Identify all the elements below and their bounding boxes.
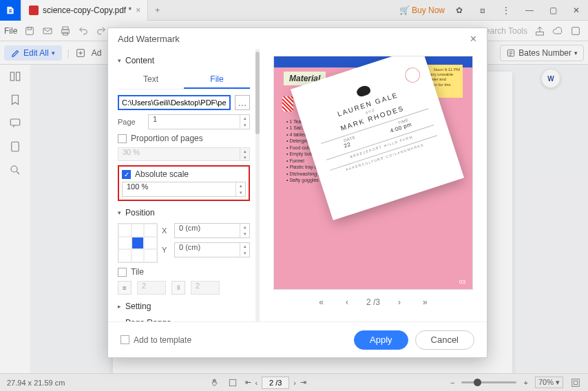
absolute-scale-input[interactable]: 100 %▴▾: [122, 182, 246, 197]
form-pane: ▾Content Text File … Page 1▴▾ Proportion…: [108, 49, 260, 321]
preview-pane: Material Noon 6:11 PM Some molecules are…: [260, 49, 487, 321]
scrollbar-thumb[interactable]: [255, 52, 260, 134]
spinner-icon: ▴▾: [240, 148, 249, 160]
proportion-label: Proportion of pages: [131, 134, 203, 143]
caret-right-icon: ▸: [118, 303, 121, 310]
x-offset-input[interactable]: 0 (cm)▴▾: [174, 223, 250, 238]
proportion-checkbox[interactable]: [118, 134, 127, 143]
spinner-icon[interactable]: ▴▾: [240, 224, 249, 237]
anchor-center[interactable]: [132, 237, 145, 250]
absolute-scale-checkbox[interactable]: ✓: [122, 170, 131, 179]
preview-image-item: [282, 96, 293, 112]
tile-checkbox[interactable]: [118, 268, 127, 277]
y-offset-input[interactable]: 0 (cm)▴▾: [174, 242, 250, 257]
add-to-template-option[interactable]: Add to template: [120, 335, 191, 345]
preview-last-button[interactable]: »: [419, 295, 432, 309]
position-anchor-grid[interactable]: [118, 223, 158, 263]
preview-page-number: 03: [459, 279, 465, 285]
modal-overlay: Add Watermark ✕ ▾Content Text File … Pag…: [0, 0, 588, 391]
page-label: Page: [118, 118, 144, 126]
section-content[interactable]: ▾Content: [118, 56, 250, 65]
preview-navigation: « ‹ 2 /3 › »: [273, 290, 473, 315]
section-setting[interactable]: ▸Setting: [118, 302, 250, 311]
preview-page: Material Noon 6:11 PM Some molecules are…: [273, 56, 473, 290]
tile-rows-icon: ≡: [118, 281, 132, 295]
stamp-icon: [403, 65, 422, 85]
spinner-icon[interactable]: ▴▾: [235, 182, 245, 196]
preview-first-button[interactable]: «: [315, 295, 328, 309]
apply-button[interactable]: Apply: [354, 330, 408, 350]
tab-text[interactable]: Text: [118, 71, 184, 89]
absolute-scale-label: Absolute scale: [135, 169, 189, 179]
caret-down-icon: ▾: [118, 57, 121, 64]
spinner-icon[interactable]: ▴▾: [240, 115, 249, 129]
x-label: X: [162, 226, 170, 235]
spinner-icon[interactable]: ▴▾: [240, 243, 249, 257]
close-dialog-button[interactable]: ✕: [470, 34, 477, 44]
dialog-header: Add Watermark ✕: [108, 28, 487, 49]
y-label: Y: [162, 246, 170, 254]
proportion-input: 30 %▴▾: [118, 147, 250, 161]
preview-prev-button[interactable]: ‹: [342, 295, 353, 309]
add-template-label: Add to template: [134, 335, 191, 345]
blot-icon: [355, 84, 371, 97]
page-input[interactable]: 1▴▾: [148, 114, 250, 129]
add-watermark-dialog: Add Watermark ✕ ▾Content Text File … Pag…: [107, 28, 487, 358]
caret-right-icon: ▸: [118, 319, 121, 321]
file-path-input[interactable]: [118, 95, 231, 110]
section-page-range[interactable]: ▸Page Range: [118, 318, 250, 321]
preview-page-label: 2 /3: [366, 297, 380, 307]
dialog-title: Add Watermark: [118, 34, 180, 44]
browse-button[interactable]: …: [235, 95, 250, 110]
tile-cols-input: 2: [191, 281, 220, 295]
section-position[interactable]: ▾Position: [118, 208, 250, 218]
caret-down-icon: ▾: [118, 209, 121, 216]
tile-rows-input: 2: [137, 281, 166, 295]
dialog-footer: Add to template Apply Cancel: [108, 321, 487, 357]
add-template-checkbox[interactable]: [120, 335, 129, 344]
preview-next-button[interactable]: ›: [394, 295, 405, 309]
absolute-scale-highlight: ✓ Absolute scale 100 %▴▾: [118, 165, 250, 201]
tile-label: Tile: [131, 267, 144, 277]
tab-file[interactable]: File: [184, 71, 250, 89]
tile-cols-icon: ⦀: [171, 281, 185, 295]
content-tabs: Text File: [118, 71, 250, 89]
cancel-button[interactable]: Cancel: [415, 330, 474, 350]
